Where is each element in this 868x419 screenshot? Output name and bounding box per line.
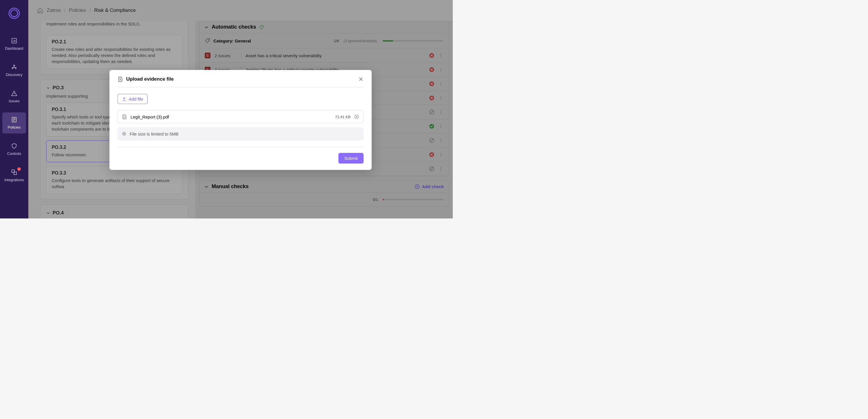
svg-point-1: [11, 10, 18, 17]
discovery-icon: [11, 64, 17, 70]
nav-policies[interactable]: Policies: [2, 112, 26, 133]
policies-icon: [11, 116, 17, 123]
file-icon: [122, 114, 127, 119]
nav-label: Controls: [7, 151, 21, 156]
file-name: Legit_Report (3).pdf: [130, 114, 332, 119]
nav-issues[interactable]: Issues: [2, 86, 26, 107]
upload-icon: [122, 97, 126, 101]
nav-controls[interactable]: Controls: [2, 139, 26, 160]
close-icon[interactable]: [358, 77, 364, 82]
file-icon: [118, 76, 123, 82]
alert-badge: [17, 167, 21, 171]
logo: [8, 7, 21, 20]
shield-icon: [11, 143, 17, 149]
info-message: File size is limited to 5MB: [118, 127, 364, 141]
info-icon: [122, 131, 127, 137]
modal-overlay[interactable]: Upload evidence file Add file Legit_Repo…: [28, 0, 453, 218]
nav-label: Discovery: [6, 72, 22, 77]
nav-integrations[interactable]: Integrations: [2, 165, 26, 186]
nav-discovery[interactable]: Discovery: [2, 60, 26, 81]
nav-label: Issues: [9, 99, 20, 103]
dashboard-icon: [11, 37, 17, 44]
modal-title: Upload evidence file: [126, 76, 355, 82]
nav-label: Policies: [8, 125, 21, 129]
submit-button[interactable]: Submit: [338, 153, 364, 163]
upload-modal: Upload evidence file Add file Legit_Repo…: [110, 70, 372, 170]
nav-dashboard[interactable]: Dashboard: [2, 33, 26, 55]
nav-label: Dashboard: [5, 46, 23, 51]
nav-label: Integrations: [4, 178, 24, 182]
warning-icon: [11, 90, 17, 96]
sidebar: Dashboard Discovery Issues Policies Cont…: [0, 0, 28, 218]
integrations-icon: [11, 169, 17, 175]
file-attachment: Legit_Report (3).pdf 72.41 KB: [118, 110, 364, 123]
svg-point-3: [13, 65, 15, 66]
file-size: 72.41 KB: [335, 115, 351, 119]
remove-file-icon[interactable]: [354, 114, 359, 119]
add-file-button[interactable]: Add file: [118, 94, 148, 104]
